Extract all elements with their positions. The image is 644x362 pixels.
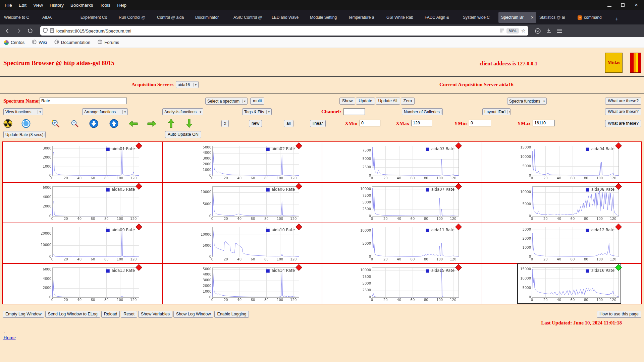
send-log-window-to-elog-button[interactable]: Send Log Window to ELog <box>45 311 100 318</box>
shield-icon[interactable] <box>43 28 48 34</box>
reset-button[interactable]: Reset <box>121 311 137 318</box>
tab-module-setting[interactable]: Module Setting <box>307 12 345 23</box>
spectrum-chart-aida07[interactable] <box>358 183 461 222</box>
zoom-out-icon[interactable] <box>70 119 79 128</box>
tab-spectrum-br[interactable]: Spectrum Br× <box>498 12 536 23</box>
xmin-input[interactable] <box>360 120 380 126</box>
tab-fadc-align[interactable]: FADC Align & <box>422 12 460 23</box>
zero-button[interactable]: Zero <box>401 98 415 105</box>
menu-bookmarks[interactable]: Bookmarks <box>67 1 97 10</box>
menu-tools[interactable]: Tools <box>97 1 114 10</box>
url-text[interactable]: localhost:8015/Spectrum/Spectrum.tml <box>56 28 131 34</box>
arrange-functions-select[interactable]: Arrange functions▾ <box>82 108 128 115</box>
spectrum-chart-aida16[interactable] <box>518 264 621 303</box>
tab-close-icon[interactable]: × <box>530 15 534 20</box>
how-to-use-button[interactable]: How to use this page <box>597 311 641 318</box>
spectrum-plot-aida09[interactable] <box>38 224 141 263</box>
spectrum-chart-aida08[interactable] <box>518 183 621 222</box>
layout-id-select[interactable]: Layout ID=1▾ <box>482 108 511 115</box>
spectrum-plot-aida08[interactable] <box>518 183 621 222</box>
all-button[interactable]: all <box>284 120 293 127</box>
maximize-icon[interactable] <box>621 3 625 7</box>
bookmark-centos[interactable]: Centos <box>4 40 24 45</box>
menu-file[interactable]: File <box>1 1 15 10</box>
new-tab-button[interactable]: + <box>613 16 622 24</box>
hamburger-menu-icon[interactable] <box>557 28 562 33</box>
radiation-icon[interactable] <box>3 119 12 128</box>
spectrum-chart-aida06[interactable] <box>198 183 301 222</box>
view-functions-select[interactable]: View functions▾ <box>3 108 43 115</box>
reload-icon[interactable] <box>25 26 35 35</box>
ymin-input[interactable] <box>469 120 491 126</box>
menu-help[interactable]: Help <box>114 1 130 10</box>
tab-run-control[interactable]: Run Control @ <box>116 12 154 23</box>
xmax-input[interactable] <box>411 120 432 126</box>
home-link[interactable]: Home <box>3 335 16 341</box>
spectrum-plot-aida10[interactable] <box>198 224 301 263</box>
green-up-arrow-icon[interactable] <box>167 118 176 127</box>
x-button[interactable]: x <box>221 120 229 127</box>
pocket-icon[interactable] <box>535 28 541 34</box>
spectrum-plot-aida12[interactable] <box>518 224 621 263</box>
spectrum-name-input[interactable] <box>40 98 127 104</box>
what-are-these-button-1[interactable]: What are these? <box>605 98 641 105</box>
url-bar[interactable]: localhost:8015/Spectrum/Spectrum.tml 80%… <box>40 26 528 36</box>
spectrum-chart-aida09[interactable] <box>38 224 141 263</box>
tab-temperature-a[interactable]: Temperature a <box>345 12 383 23</box>
menu-edit[interactable]: Edit <box>15 1 30 10</box>
what-are-these-button-3[interactable]: What are these? <box>605 120 641 127</box>
empty-log-window-button[interactable]: Empty Log Window <box>3 311 44 318</box>
new-button[interactable]: new <box>249 120 262 127</box>
spectrum-plot-aida02[interactable] <box>198 142 301 182</box>
site-info-icon[interactable] <box>50 28 54 34</box>
bookmark-star-icon[interactable]: ☆ <box>521 28 526 34</box>
select-a-spectrum[interactable]: Select a spectrum▾ <box>205 98 248 105</box>
spectrum-plot-aida14[interactable] <box>198 264 301 303</box>
menu-history[interactable]: History <box>46 1 67 10</box>
spectrum-chart-aida04[interactable] <box>518 142 621 182</box>
enable-logging-button[interactable]: Enable Logging <box>214 311 249 318</box>
spectrum-chart-aida10[interactable] <box>198 224 301 263</box>
refresh-globe-icon[interactable] <box>21 119 31 128</box>
auto-update-button[interactable]: Auto Update ON <box>165 131 201 138</box>
show-variables-button[interactable]: Show Variables <box>138 311 172 318</box>
spectrum-chart-aida03[interactable] <box>358 142 461 182</box>
tab-command[interactable]: >command <box>575 12 613 23</box>
spectrum-chart-aida05[interactable] <box>38 183 141 222</box>
spectrum-plot-aida15[interactable] <box>358 264 461 303</box>
multi-button[interactable]: multi <box>250 98 264 105</box>
reader-mode-icon[interactable] <box>499 28 504 34</box>
update-rate-select[interactable]: Update Rate (8 secs)▾ <box>3 131 46 138</box>
circle-down-arrow-icon[interactable] <box>89 119 98 128</box>
spectrum-plot-aida06[interactable] <box>198 183 301 222</box>
downloads-icon[interactable] <box>546 28 551 34</box>
spectrum-plot-aida07[interactable] <box>358 183 461 222</box>
menu-view[interactable]: View <box>30 1 46 10</box>
tab-welcome-to-c[interactable]: Welcome to C <box>1 12 39 23</box>
spectrum-plot-aida04[interactable] <box>518 142 621 182</box>
bookmark-forums[interactable]: Forums <box>98 40 119 45</box>
update-button[interactable]: Update <box>356 98 375 105</box>
spectrum-chart-aida01[interactable] <box>38 142 141 182</box>
spectrum-plot-aida13[interactable] <box>38 264 141 303</box>
tab-asic-control[interactable]: ASIC Control @ <box>231 12 269 23</box>
reload-button[interactable]: Reload <box>101 311 120 318</box>
tab-gsi-white-rab[interactable]: GSI White Rab <box>384 12 422 23</box>
acquisition-server-select[interactable]: aida16▾ <box>176 81 199 88</box>
update-all-button[interactable]: Update All <box>376 98 400 105</box>
forward-icon[interactable] <box>14 26 23 35</box>
tab-experiment-co[interactable]: Experiment Co <box>78 12 116 23</box>
close-icon[interactable]: × <box>634 3 639 7</box>
tab-discriminator[interactable]: Discriminator <box>193 12 230 23</box>
spectrum-plot-aida11[interactable] <box>358 224 461 263</box>
analysis-functions-select[interactable]: Analysis functions▾ <box>162 108 203 115</box>
spectrum-chart-aida14[interactable] <box>198 264 301 303</box>
spectrum-plot-aida01[interactable] <box>38 142 141 182</box>
number-of-galleries-select[interactable]: Number of Galleries▾ <box>402 108 443 115</box>
tab-statistics-ai[interactable]: Statistics @ ai <box>537 12 575 23</box>
zoom-level-badge[interactable]: 80% <box>506 28 519 34</box>
show-button[interactable]: Show <box>339 98 355 105</box>
spectrum-plot-aida05[interactable] <box>38 183 141 222</box>
minimize-icon[interactable] <box>607 3 612 7</box>
spectrum-chart-aida12[interactable] <box>518 224 621 263</box>
